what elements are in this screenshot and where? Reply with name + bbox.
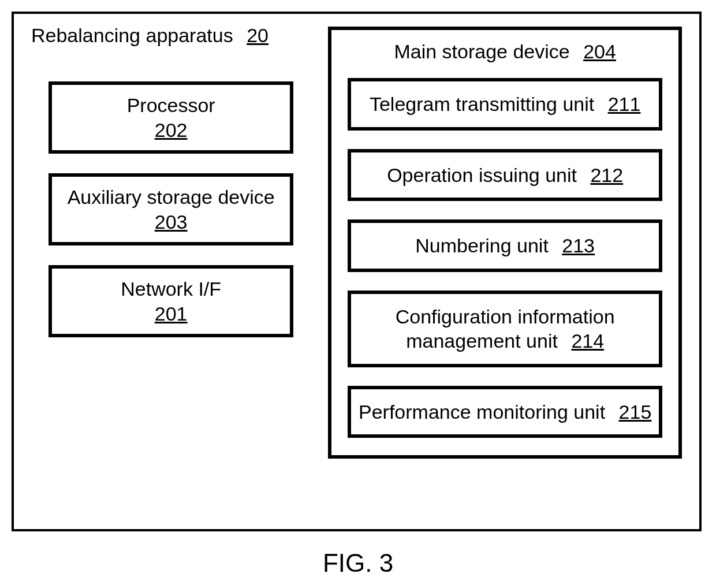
numbering-unit-box: Numbering unit 213 (348, 219, 662, 272)
aux-storage-label: Auxiliary storage device (58, 185, 284, 210)
processor-ref: 202 (58, 118, 284, 143)
columns: Processor 202 Auxiliary storage device 2… (31, 58, 682, 459)
aux-storage-box: Auxiliary storage device 203 (49, 173, 293, 245)
unit-label: Telegram transmitting unit (370, 93, 594, 115)
aux-storage-ref: 203 (58, 210, 284, 235)
operation-issuing-unit-box: Operation issuing unit 212 (348, 149, 662, 202)
unit-ref: 214 (571, 330, 604, 352)
main-storage-title-label: Main storage device (394, 40, 569, 62)
unit-ref: 213 (562, 235, 595, 256)
main-storage-box: Main storage device 204 Telegram transmi… (328, 27, 682, 459)
unit-label: Numbering unit (415, 235, 549, 256)
telegram-transmitting-unit-box: Telegram transmitting unit 211 (348, 78, 662, 131)
outer-title-ref: 20 (247, 24, 268, 46)
unit-label: Operation issuing unit (387, 164, 577, 186)
unit-ref: 212 (590, 164, 623, 186)
unit-ref: 215 (619, 401, 652, 423)
network-if-box: Network I/F 201 (49, 265, 293, 337)
processor-label: Processor (58, 93, 284, 118)
network-if-ref: 201 (58, 302, 284, 326)
config-info-mgmt-unit-box: Configuration information management uni… (348, 291, 662, 367)
rebalancing-apparatus-box: Rebalancing apparatus 20 Processor 202 A… (12, 12, 702, 531)
network-if-label: Network I/F (58, 277, 284, 302)
left-column: Processor 202 Auxiliary storage device 2… (49, 81, 293, 337)
main-storage-title-ref: 204 (583, 40, 616, 62)
main-storage-units: Telegram transmitting unit 211 Operation… (348, 78, 662, 438)
outer-title-label: Rebalancing apparatus (31, 24, 233, 46)
figure-caption: FIG. 3 (0, 549, 716, 578)
processor-box: Processor 202 (49, 81, 293, 154)
performance-monitoring-unit-box: Performance monitoring unit 215 (348, 386, 662, 438)
main-storage-title: Main storage device 204 (348, 40, 662, 63)
unit-label: Performance monitoring unit (359, 401, 605, 423)
unit-ref: 211 (608, 93, 641, 115)
